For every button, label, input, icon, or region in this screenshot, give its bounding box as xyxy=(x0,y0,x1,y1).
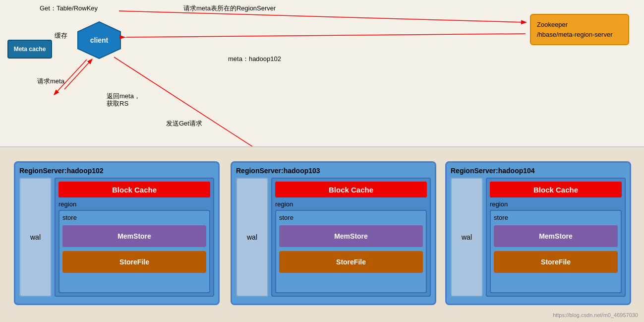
rs3-block-cache: Block Cache xyxy=(490,182,622,197)
rs3-store-container: store MemStore StoreFile xyxy=(490,210,622,293)
svg-marker-0 xyxy=(78,22,120,59)
rs1-block-cache: Block Cache xyxy=(59,182,210,197)
rs2-wal: wal xyxy=(236,178,268,297)
meta-cache-box: Meta cache xyxy=(7,40,52,59)
zookeeper-line2: /hbase/meta-region-server xyxy=(537,30,622,40)
watermark: https://blog.csdn.net/m0_46957030 xyxy=(553,312,638,318)
rs3-store-label: store xyxy=(494,214,618,221)
cache-label: 缓存 xyxy=(55,31,67,40)
get-rs: 获取RS xyxy=(107,99,128,108)
request-meta: 请求meta xyxy=(37,77,64,86)
meta-response-label: meta：hadoop102 xyxy=(228,55,281,64)
rs2-title: RegionServer:hadoop103 xyxy=(236,167,431,175)
rs2-store-container: store MemStore StoreFile xyxy=(275,210,427,293)
client-hexagon xyxy=(77,21,121,60)
rs2-block-cache: Block Cache xyxy=(275,182,427,197)
rs1-storefile: StoreFile xyxy=(62,251,206,273)
get-label: Get：Table/RowKey xyxy=(40,4,98,13)
send-get: 发送Get请求 xyxy=(166,119,202,128)
rs2-region-label: region xyxy=(275,200,427,208)
rs1-store-container: store MemStore StoreFile xyxy=(59,210,210,293)
meta-cache-label: Meta cache xyxy=(14,46,46,53)
zookeeper-box: Zookeeper /hbase/meta-region-server xyxy=(530,14,629,45)
rs3-title: RegionServer:hadoop104 xyxy=(451,167,626,175)
request-meta-label: 请求meta表所在的RegionServer xyxy=(183,4,276,13)
rs1-title: RegionServer:hadoop102 xyxy=(19,167,214,175)
rs2-storefile: StoreFile xyxy=(279,251,423,273)
rs3-storefile: StoreFile xyxy=(494,251,618,273)
region-server-3: RegionServer:hadoop104 wal Block Cache r… xyxy=(445,161,631,305)
rs3-region-container: Block Cache region store MemStore StoreF… xyxy=(486,178,626,297)
rs1-wal: wal xyxy=(19,178,52,297)
rs2-region-container: Block Cache region store MemStore StoreF… xyxy=(271,178,431,297)
svg-line-1 xyxy=(119,11,526,22)
svg-line-2 xyxy=(124,34,526,37)
rs3-wal: wal xyxy=(451,178,483,297)
rs1-store-label: store xyxy=(62,214,206,221)
rs1-memstore: MemStore xyxy=(62,225,206,247)
zookeeper-line1: Zookeeper xyxy=(537,20,622,30)
rs3-memstore: MemStore xyxy=(494,225,618,247)
rs1-region-label: region xyxy=(59,200,210,208)
rs1-region-container: Block Cache region store MemStore StoreF… xyxy=(55,178,214,297)
svg-line-4 xyxy=(64,60,92,89)
region-server-2: RegionServer:hadoop103 wal Block Cache r… xyxy=(231,161,436,305)
rs3-region-label: region xyxy=(490,200,622,208)
region-server-1: RegionServer:hadoop102 wal Block Cache r… xyxy=(14,161,220,305)
rs2-store-label: store xyxy=(279,214,423,221)
rs2-memstore: MemStore xyxy=(279,225,423,247)
